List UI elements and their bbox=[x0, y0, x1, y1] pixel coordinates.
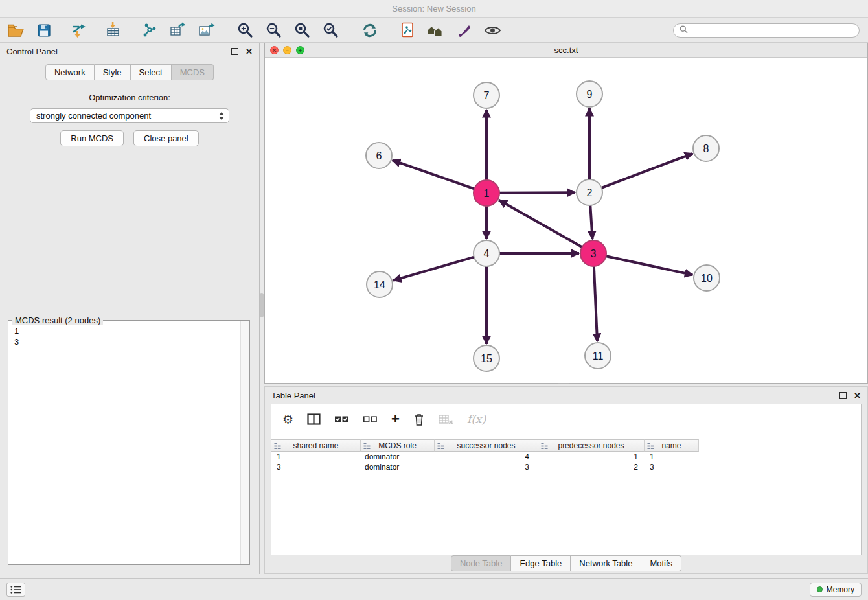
open-session-icon[interactable] bbox=[6, 21, 24, 39]
table-settings-gear-icon[interactable]: ⚙ bbox=[282, 413, 293, 426]
clone-view-icon[interactable] bbox=[398, 21, 416, 39]
function-builder-icon: f(x) bbox=[467, 413, 486, 426]
save-session-icon[interactable] bbox=[35, 21, 52, 39]
column-header-name[interactable]: name bbox=[645, 439, 699, 452]
tab-style[interactable]: Style bbox=[95, 64, 131, 80]
float-panel-icon[interactable] bbox=[231, 48, 238, 55]
graph-edge-4-14[interactable] bbox=[393, 257, 474, 281]
main-toolbar bbox=[0, 18, 868, 43]
table-tab-motifs[interactable]: Motifs bbox=[641, 555, 681, 571]
column-header-successor-nodes[interactable]: successor nodes bbox=[435, 439, 538, 452]
task-history-button[interactable] bbox=[6, 583, 25, 597]
network-canvas[interactable]: 1234678910111415 bbox=[265, 57, 867, 383]
table-panel-title: Table Panel bbox=[271, 391, 315, 400]
select-arrows-icon bbox=[219, 112, 224, 120]
close-panel-button[interactable]: Close panel bbox=[133, 130, 199, 146]
new-network-icon[interactable] bbox=[141, 21, 158, 39]
table-tab-network-table[interactable]: Network Table bbox=[571, 555, 641, 571]
network-window-titlebar[interactable]: ✕ − + scc.txt bbox=[265, 43, 867, 58]
close-panel-icon[interactable]: ✕ bbox=[246, 47, 253, 56]
close-window-icon[interactable]: ✕ bbox=[270, 46, 279, 54]
table-cell[interactable]: 2 bbox=[538, 463, 645, 472]
table-tab-edge-table[interactable]: Edge Table bbox=[511, 555, 571, 571]
graph-edge-2-8[interactable] bbox=[602, 154, 693, 188]
graph-node-label-14: 14 bbox=[374, 279, 385, 290]
mcds-result-line: 3 bbox=[14, 336, 244, 347]
window-titlebar: Session: New Session bbox=[0, 0, 868, 18]
mcds-result-lines: 13 bbox=[8, 321, 249, 352]
graph-node-label-15: 15 bbox=[481, 353, 492, 364]
graph-node-label-2: 2 bbox=[587, 187, 593, 198]
close-table-panel-icon[interactable]: ✕ bbox=[854, 391, 861, 400]
table-toolbar: ⚙ + f(x) bbox=[271, 404, 861, 434]
table-cell[interactable]: 1 bbox=[645, 452, 699, 461]
run-mcds-button[interactable]: Run MCDS bbox=[60, 130, 124, 146]
mcds-result-title: MCDS result (2 nodes) bbox=[12, 316, 103, 325]
table-panel: Table Panel ✕ ⚙ + bbox=[264, 386, 868, 574]
graph-edge-3-10[interactable] bbox=[606, 256, 693, 275]
graph-edge-3-11[interactable] bbox=[594, 266, 597, 341]
zoom-out-icon[interactable] bbox=[265, 21, 282, 39]
refresh-icon[interactable] bbox=[361, 21, 378, 39]
tab-select[interactable]: Select bbox=[131, 64, 172, 80]
tab-mcds[interactable]: MCDS bbox=[172, 64, 214, 80]
add-column-icon[interactable]: + bbox=[391, 412, 400, 426]
graph-node-label-6: 6 bbox=[376, 150, 382, 161]
status-bar: Memory bbox=[0, 578, 868, 600]
export-image-icon[interactable] bbox=[198, 21, 215, 39]
criterion-select[interactable]: strongly connected component bbox=[30, 108, 229, 123]
graph-edge-2-3[interactable] bbox=[590, 205, 592, 239]
zoom-fit-icon[interactable] bbox=[293, 21, 311, 39]
minimize-window-icon[interactable]: − bbox=[283, 46, 291, 54]
table-tab-node-table[interactable]: Node Table bbox=[451, 555, 512, 571]
list-icon bbox=[10, 586, 21, 594]
network-graph[interactable]: 1234678910111415 bbox=[265, 57, 867, 383]
maximize-window-icon[interactable]: + bbox=[296, 46, 304, 54]
result-scrollbar[interactable] bbox=[240, 321, 249, 564]
deselect-all-icon[interactable] bbox=[363, 414, 378, 424]
control-panel-title: Control Panel bbox=[6, 47, 58, 56]
panel-scrollbar-handle[interactable] bbox=[260, 293, 264, 317]
show-columns-icon[interactable] bbox=[307, 413, 321, 425]
zoom-selected-icon[interactable] bbox=[322, 21, 339, 39]
style-brush-icon[interactable] bbox=[455, 21, 473, 39]
column-header-shared-name[interactable]: shared name bbox=[271, 439, 361, 452]
import-network-icon[interactable] bbox=[71, 21, 89, 39]
table-cell[interactable]: dominator bbox=[361, 463, 435, 472]
graph-edge-1-2[interactable] bbox=[499, 192, 575, 193]
memory-button[interactable]: Memory bbox=[810, 583, 862, 597]
zoom-in-icon[interactable] bbox=[236, 21, 254, 39]
network-window-title: scc.txt bbox=[554, 45, 578, 55]
column-header-mcds-role[interactable]: MCDS role bbox=[361, 439, 435, 452]
graph-edge-1-6[interactable] bbox=[393, 160, 474, 189]
search-icon bbox=[680, 25, 688, 36]
table-panel-tabs: Node TableEdge TableNetwork TableMotifs bbox=[265, 555, 867, 571]
graph-node-label-4: 4 bbox=[484, 248, 490, 259]
graph-edge-3-1[interactable] bbox=[499, 200, 582, 247]
search-box[interactable] bbox=[673, 23, 860, 38]
select-all-icon[interactable] bbox=[334, 414, 349, 424]
search-input[interactable] bbox=[692, 25, 853, 36]
table-cell[interactable]: dominator bbox=[361, 452, 435, 461]
node-table-container: ⚙ + f(x) shared nameMCDS r bbox=[271, 404, 862, 555]
column-header-predecessor-nodes[interactable]: predecessor nodes bbox=[538, 439, 645, 452]
float-table-panel-icon[interactable] bbox=[839, 392, 847, 399]
table-cell[interactable]: 4 bbox=[435, 452, 538, 461]
graph-node-label-9: 9 bbox=[587, 89, 593, 100]
eye-icon[interactable] bbox=[484, 21, 501, 39]
table-row[interactable]: 3dominator323 bbox=[271, 462, 861, 472]
graph-node-label-3: 3 bbox=[591, 248, 597, 259]
export-table-icon[interactable] bbox=[169, 21, 187, 39]
table-cell[interactable]: 3 bbox=[435, 463, 538, 472]
table-cell[interactable]: 3 bbox=[271, 463, 361, 472]
tab-network[interactable]: Network bbox=[45, 64, 95, 80]
home-networks-icon[interactable] bbox=[427, 21, 444, 39]
table-cell[interactable]: 1 bbox=[271, 452, 361, 461]
mcds-result-box: MCDS result (2 nodes) 13 bbox=[8, 320, 250, 565]
table-cell[interactable]: 3 bbox=[645, 463, 699, 472]
table-row[interactable]: 1dominator411 bbox=[271, 452, 861, 462]
table-cell[interactable]: 1 bbox=[538, 452, 645, 461]
import-table-icon[interactable] bbox=[104, 21, 122, 39]
delete-column-icon[interactable] bbox=[413, 413, 425, 426]
graph-node-label-10: 10 bbox=[701, 273, 713, 284]
